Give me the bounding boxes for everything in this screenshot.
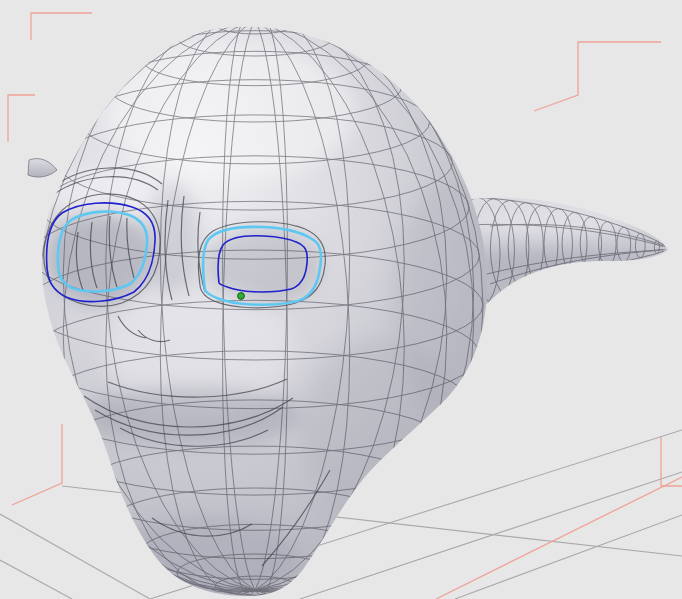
selected-vertex[interactable] (238, 293, 245, 300)
mouth-shadow (80, 386, 300, 446)
selected-vertex-dot[interactable] (238, 293, 245, 300)
application-window (0, 0, 682, 599)
viewport-canvas[interactable] (0, 0, 682, 599)
brow-furrow-shadow (144, 182, 200, 298)
